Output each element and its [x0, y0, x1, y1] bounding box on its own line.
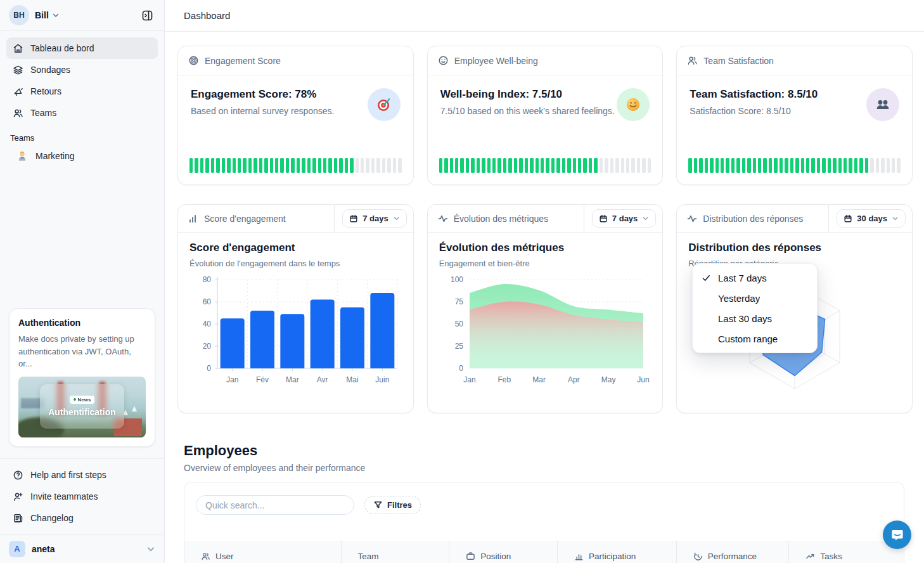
chevron-down-icon	[393, 215, 400, 222]
technologist-avatar	[16, 150, 28, 162]
svg-text:40: 40	[203, 320, 212, 328]
svg-text:0: 0	[207, 364, 211, 373]
news-dot-icon	[74, 398, 76, 401]
svg-text:80: 80	[203, 275, 212, 284]
svg-text:May: May	[601, 375, 616, 384]
menu-item-last-30-days[interactable]: Last 30 days	[693, 308, 817, 328]
menu-item-custom-range[interactable]: Custom range	[693, 328, 817, 349]
menu-item-yesterday[interactable]: Yesterday	[693, 288, 817, 308]
sidebar-item-sondages[interactable]: Sondages	[6, 59, 158, 81]
chevron-down-icon	[892, 215, 899, 222]
promo-image-title: Authentification	[48, 407, 116, 417]
clock-icon	[693, 552, 703, 561]
bar-chart-icon	[574, 552, 584, 561]
column-header-participation: Participation	[558, 541, 677, 563]
stat-subtitle: 7.5/10 based on this week's shared feeli…	[440, 106, 615, 116]
chart-title: Score d'engagement	[189, 242, 402, 254]
sidebar-item-label: Teams	[30, 108, 56, 118]
metrics-area-chart: 0255075100JanFebMarAprMayJun	[439, 272, 651, 394]
target-emoji	[368, 88, 401, 121]
sidebar-item-teams[interactable]: Teams	[6, 102, 158, 124]
team-item-label: Marketing	[35, 151, 74, 161]
teams-section-label: Teams	[10, 133, 164, 143]
chart-title: Distribution des réponses	[688, 242, 901, 254]
sidebar-item-retours[interactable]: Retours	[6, 81, 158, 102]
collapse-sidebar-button[interactable]	[138, 6, 157, 25]
employees-section-title: Employees	[184, 443, 257, 459]
period-selector-button[interactable]: 30 days	[837, 209, 906, 228]
chat-bubble-icon	[890, 528, 904, 542]
chart-card-header: Distribution des réponses	[703, 214, 803, 224]
check-icon	[702, 273, 718, 283]
stat-card-header: Employee Well-being	[454, 56, 538, 66]
chart-title: Évolution des métriques	[439, 242, 651, 254]
engagement-bar-chart: 020406080JanFévMarAvrMaiJuin	[189, 272, 402, 394]
calendar-icon	[844, 214, 852, 223]
sidebar-item-label: Changelog	[30, 513, 74, 523]
workspace-name[interactable]: Bill	[35, 10, 49, 20]
svg-text:Mai: Mai	[346, 375, 358, 384]
period-selector-button[interactable]: 7 days	[592, 209, 656, 228]
svg-text:Mar: Mar	[286, 375, 299, 384]
calendar-icon	[599, 214, 608, 223]
users-icon	[13, 108, 23, 119]
sidebar-item-invite[interactable]: Invite teammates	[6, 486, 158, 507]
sidebar-item-label: Tableau de bord	[30, 43, 94, 53]
column-header-position: Position	[449, 541, 558, 563]
calendar-icon	[349, 214, 358, 223]
search-input[interactable]	[196, 495, 354, 515]
sidebar-item-changelog[interactable]: Changelog	[6, 507, 158, 529]
column-header-performance: Performance	[677, 541, 790, 563]
funnel-icon	[373, 500, 383, 510]
stat-title: Team Satisfaction: 8.5/10	[690, 88, 818, 101]
svg-text:20: 20	[203, 342, 212, 351]
period-selector-button[interactable]: 7 days	[342, 209, 406, 228]
target-rings-icon	[188, 55, 199, 66]
svg-text:Jun: Jun	[637, 375, 649, 384]
sidebar-item-help[interactable]: Help and first steps	[6, 464, 158, 486]
account-avatar: A	[9, 541, 25, 557]
svg-text:100: 100	[451, 275, 463, 284]
collapse-panel-icon	[141, 10, 153, 22]
svg-text:0: 0	[459, 364, 463, 373]
menu-item-last-7-days[interactable]: Last 7 days	[693, 268, 817, 288]
chevron-down-icon[interactable]	[52, 11, 60, 19]
satisfaction-progress-bar	[677, 158, 912, 184]
svg-text:Mar: Mar	[532, 375, 546, 384]
sidebar-item-label: Sondages	[30, 65, 70, 75]
stat-card-wellbeing: Employee Well-being Well-being Index: 7.…	[427, 46, 664, 185]
chart-card-engagement-score: Score d'engagement 7 days Score d'e	[177, 204, 414, 413]
svg-text:50: 50	[454, 320, 463, 328]
sidebar-item-marketing[interactable]: Marketing	[0, 145, 164, 167]
svg-text:Avr: Avr	[317, 375, 328, 384]
workspace-avatar: BH	[9, 5, 29, 25]
filters-button[interactable]: Filtres	[364, 496, 421, 514]
activity-icon	[687, 214, 697, 224]
chat-launcher-button[interactable]	[883, 521, 911, 549]
users-icon	[201, 552, 210, 561]
bar-chart-icon	[188, 214, 198, 224]
changelog-icon	[13, 513, 23, 524]
stat-title: Well-being Index: 7.5/10	[440, 88, 615, 101]
chevron-down-icon	[146, 545, 155, 553]
promo-image-overlay: News Authentification	[40, 384, 124, 429]
chart-card-header: Score d'engagement	[204, 214, 286, 224]
svg-text:60: 60	[203, 297, 212, 306]
svg-text:Feb: Feb	[497, 375, 511, 384]
trending-up-icon	[805, 552, 815, 561]
account-switcher[interactable]: A aneta	[0, 534, 164, 563]
engagement-progress-bar	[178, 158, 413, 184]
sidebar-item-tableau-de-bord[interactable]: Tableau de bord	[6, 37, 158, 59]
page-title: Dashboard	[184, 10, 230, 21]
sidebar: BH Bill Tableau de bord Sondages	[0, 0, 165, 563]
promo-image-golden-gate: News Authentification	[18, 377, 146, 437]
stat-card-header: Team Satisfaction	[703, 56, 774, 66]
briefcase-icon	[466, 552, 475, 561]
stat-subtitle: Based on internal survey responses.	[191, 106, 334, 116]
svg-text:Jan: Jan	[226, 375, 238, 384]
stat-card-satisfaction: Team Satisfaction Team Satisfaction: 8.5…	[676, 46, 913, 185]
home-icon	[13, 43, 23, 54]
authentication-promo-card[interactable]: Authentication Make docs private by sett…	[9, 308, 155, 447]
stat-title: Engagement Score: 78%	[191, 88, 334, 101]
column-header-user: User	[184, 541, 342, 563]
